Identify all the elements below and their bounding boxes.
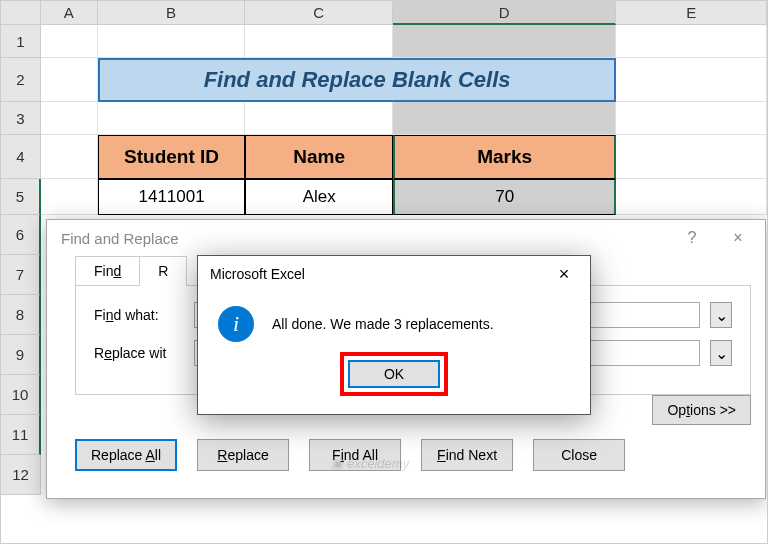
row-header-8[interactable]: 8: [1, 295, 41, 335]
chevron-down-icon: ⌄: [715, 306, 728, 325]
message-title: Microsoft Excel: [210, 266, 305, 282]
ok-button[interactable]: OK: [348, 360, 440, 388]
row-header-3[interactable]: 3: [1, 102, 41, 135]
cell[interactable]: [98, 25, 246, 58]
cell[interactable]: [41, 135, 98, 179]
tab-find[interactable]: Find: [75, 256, 140, 286]
column-headers: A B C D E: [1, 1, 767, 25]
info-icon: i: [218, 306, 254, 342]
ok-highlight: OK: [340, 352, 448, 396]
col-header-A[interactable]: A: [41, 1, 98, 25]
replace-dropdown[interactable]: ⌄: [710, 340, 732, 366]
cell[interactable]: [41, 25, 98, 58]
col-header-C[interactable]: C: [245, 1, 393, 25]
row-header-9[interactable]: 9: [1, 335, 41, 375]
help-button[interactable]: ?: [669, 222, 715, 254]
row-header-10[interactable]: 10: [1, 375, 41, 415]
close-icon[interactable]: ×: [715, 222, 761, 254]
cell[interactable]: [245, 25, 393, 58]
cell[interactable]: [41, 102, 98, 135]
title-cell[interactable]: Find and Replace Blank Cells: [98, 58, 617, 102]
table-header-marks[interactable]: Marks: [393, 135, 616, 179]
row-header-12[interactable]: 12: [1, 455, 41, 495]
tab-replace[interactable]: R: [139, 256, 187, 286]
message-text: All done. We made 3 replacements.: [272, 316, 494, 332]
cell[interactable]: [616, 25, 767, 58]
chevron-down-icon: ⌄: [715, 344, 728, 363]
cell[interactable]: [245, 102, 393, 135]
row-header-7[interactable]: 7: [1, 255, 41, 295]
row-header-2[interactable]: 2: [1, 58, 41, 102]
replace-all-button[interactable]: Replace All: [75, 439, 177, 471]
dialog-title-bar[interactable]: Find and Replace ? ×: [47, 220, 765, 256]
row-header-1[interactable]: 1: [1, 25, 41, 58]
row-header-11[interactable]: 11: [1, 415, 41, 455]
find-dropdown[interactable]: ⌄: [710, 302, 732, 328]
cell[interactable]: [616, 58, 767, 102]
close-button[interactable]: Close: [533, 439, 625, 471]
replace-with-label: Replace wit: [94, 345, 184, 361]
row-header-5[interactable]: 5: [1, 179, 41, 215]
excel-icon: ▣: [331, 456, 343, 471]
message-title-bar[interactable]: Microsoft Excel ×: [198, 256, 590, 292]
cell[interactable]: [41, 179, 98, 215]
tab-label: Find: [94, 263, 121, 279]
row-header-6[interactable]: 6: [1, 215, 41, 255]
cell-name[interactable]: Alex: [245, 179, 393, 215]
col-header-D[interactable]: D: [393, 1, 616, 25]
watermark: ▣ exceldemy: [331, 456, 409, 471]
cell-marks[interactable]: 70: [393, 179, 616, 215]
find-what-label: Find what:: [94, 307, 184, 323]
replace-button[interactable]: Replace: [197, 439, 289, 471]
options-button[interactable]: Options >>: [652, 395, 751, 425]
find-next-button[interactable]: Find Next: [421, 439, 513, 471]
col-header-B[interactable]: B: [98, 1, 246, 25]
col-header-E[interactable]: E: [616, 1, 767, 25]
table-header-name[interactable]: Name: [245, 135, 393, 179]
cell[interactable]: [41, 58, 98, 102]
cell-id[interactable]: 1411001: [98, 179, 246, 215]
select-all-corner[interactable]: [1, 1, 41, 25]
cell[interactable]: [393, 102, 616, 135]
cell[interactable]: [98, 102, 246, 135]
cell[interactable]: [616, 135, 767, 179]
close-icon[interactable]: ×: [544, 259, 584, 289]
cell[interactable]: [393, 25, 616, 58]
cell[interactable]: [616, 102, 767, 135]
row-header-4[interactable]: 4: [1, 135, 41, 179]
message-dialog: Microsoft Excel × i All done. We made 3 …: [197, 255, 591, 415]
table-header-id[interactable]: Student ID: [98, 135, 246, 179]
cell[interactable]: [616, 179, 767, 215]
dialog-title: Find and Replace: [61, 230, 179, 247]
